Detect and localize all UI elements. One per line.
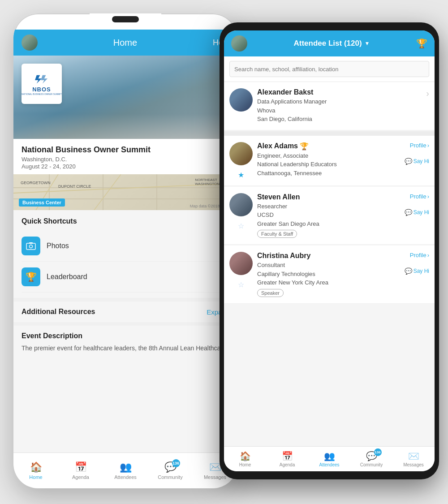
p2-nav-agenda[interactable]: 📅 Agenda: [266, 447, 308, 471]
alex-profile-arrow: ›: [427, 142, 429, 149]
attendee-row-alexander: Alexander Bakst Data Applications Manage…: [224, 82, 435, 130]
christina-company: Capillary Technologies: [257, 270, 400, 279]
p1-map-location-label: Business Center: [19, 198, 65, 207]
alex-profile-button[interactable]: Profile ›: [410, 142, 429, 149]
p1-photos-icon: [22, 237, 40, 255]
p2-trophy-icon[interactable]: 🏆: [416, 38, 427, 49]
steven-location: Greater San Diego Area: [257, 220, 400, 228]
p2-nav-community-label: Community: [360, 462, 383, 467]
christina-left: ☆: [229, 252, 253, 289]
p2-nav-messages-label: Messages: [403, 462, 424, 467]
p1-leaderboard-shortcut[interactable]: 🏆 Leaderboard ›: [22, 262, 229, 293]
nbos-logo: NBOS NATIONAL BUSINESS OWNER SUMMIT: [22, 73, 62, 95]
nbos-text: NBOS: [32, 86, 51, 93]
alex-trophy-emoji: 🏆: [300, 142, 309, 151]
christina-avatar: [229, 252, 253, 275]
p1-shortcuts-title: Quick Shortcuts: [22, 217, 229, 225]
p1-nav-agenda[interactable]: 📅 Agenda: [58, 453, 103, 488]
p1-map-northeast-label: NORTHEASTWASHINGTON: [195, 178, 220, 186]
christina-profile-button[interactable]: Profile ›: [410, 252, 429, 258]
p2-nav-messages[interactable]: ✉️ Messages: [392, 447, 435, 471]
p2-attendee-list: Alexander Bakst Data Applications Manage…: [224, 82, 435, 447]
p1-nav-attendees[interactable]: 👥 Attendees: [103, 453, 148, 488]
p2-header: Attendee List (120) ▼ 🏆: [224, 30, 435, 56]
steven-sayhi-button[interactable]: 💬 Say Hi: [405, 209, 429, 216]
alex-left: ★: [229, 142, 253, 179]
separator-1: [224, 131, 435, 136]
steven-tag: Faculty & Staff: [257, 230, 297, 238]
christina-star-icon[interactable]: ☆: [238, 280, 244, 289]
p2-attendees-icon: 👥: [324, 451, 335, 461]
p1-divider-1: [13, 298, 237, 302]
p2-attendee-list-title: Attendee List (120): [294, 39, 362, 48]
iphone-notch: [90, 13, 161, 28]
p1-hero-banner: NBOS NATIONAL BUSINESS OWNER SUMMIT: [13, 56, 237, 139]
p1-bottom-nav: 🏠 Home 📅 Agenda 👥 Attendees 💬 136 Co: [13, 452, 237, 488]
alex-company: National Leadership Educators: [257, 160, 400, 169]
attendee-row-alex: ★ Alex Adams 🏆 Engineer, Associate Natio…: [224, 136, 435, 186]
steven-star-icon[interactable]: ☆: [238, 222, 244, 230]
p1-additional-title: Additional Resources: [22, 308, 95, 316]
p1-nav-community-label: Community: [158, 474, 183, 480]
p1-nav-home-label: Home: [29, 474, 42, 480]
p1-user-avatar[interactable]: [22, 34, 38, 51]
p1-additional-resources: Additional Resources Expand: [13, 302, 237, 322]
trophy-icon: 🏆: [26, 271, 37, 282]
alexander-actions: ›: [426, 88, 429, 99]
p2-nav-home[interactable]: 🏠 Home: [224, 447, 266, 471]
alexander-company: Whova: [257, 106, 422, 115]
p1-event-info: National Business Owner Summit Washingto…: [13, 139, 237, 210]
steven-info: Steven Allen Researcher UCSD Greater San…: [257, 193, 400, 238]
p2-user-avatar[interactable]: [231, 35, 247, 52]
dropdown-icon[interactable]: ▼: [365, 40, 370, 47]
svg-marker-1: [41, 75, 47, 83]
alexander-role: Data Applications Manager: [257, 97, 422, 106]
p1-photos-shortcut[interactable]: Photos ›: [22, 231, 229, 262]
iphone-notch-inner: [112, 16, 139, 22]
attendee-row-christina: ☆ Christina Aubry Consultant Capillary T…: [224, 246, 435, 304]
christina-tag: Speaker: [257, 289, 284, 297]
alexander-arrow: ›: [426, 88, 429, 99]
p1-nav-home[interactable]: 🏠 Home: [13, 453, 58, 488]
alexander-info: Alexander Bakst Data Applications Manage…: [257, 88, 422, 124]
iphone-device: Home Help NBOS NATIONAL BUSINESS OWNER S…: [13, 13, 237, 488]
christina-sayhi-button[interactable]: 💬 Say Hi: [405, 267, 429, 275]
p1-community-badge: 136: [172, 459, 180, 467]
alex-avatar: [229, 142, 253, 165]
p1-logo-overlay: NBOS NATIONAL BUSINESS OWNER SUMMIT: [22, 64, 62, 104]
sayhi-icon-2: 💬: [405, 209, 412, 216]
p2-nav-attendees[interactable]: 👥 Attendees: [308, 447, 350, 471]
christina-location: Greater New York City Area: [257, 278, 400, 287]
p2-community-badge: 136: [374, 448, 382, 456]
svg-point-11: [30, 245, 33, 248]
christina-role: Consultant: [257, 261, 400, 270]
attendees-icon: 👥: [120, 461, 132, 473]
steven-avatar: [229, 193, 253, 216]
alexander-location: San Diego, California: [257, 115, 422, 124]
alex-info: Alex Adams 🏆 Engineer, Associate Nationa…: [257, 142, 400, 178]
p1-nav-community[interactable]: 💬 136 Community: [148, 453, 193, 488]
scene: Home Help NBOS NATIONAL BUSINESS OWNER S…: [0, 0, 448, 504]
p2-search-input[interactable]: [229, 61, 429, 77]
steven-profile-button[interactable]: Profile ›: [410, 193, 429, 200]
p2-nav-attendees-label: Attendees: [319, 462, 339, 467]
p1-nav-attendees-label: Attendees: [114, 474, 137, 480]
photos-icon-svg: [26, 242, 36, 250]
p2-nav-community[interactable]: 💬 136 Community: [350, 447, 392, 471]
alex-location: Chattanooga, Tennessee: [257, 169, 400, 178]
alex-sayhi-button[interactable]: 💬 Say Hi: [405, 158, 429, 165]
steven-actions: Profile › 💬 Say Hi: [405, 193, 429, 216]
p2-search-container: [224, 56, 435, 82]
sayhi-icon-3: 💬: [405, 267, 412, 275]
p1-map[interactable]: GEORGETOWN DUPONT CIRCLE NORTHEASTWASHIN…: [13, 174, 237, 210]
p1-shortcuts-section: Quick Shortcuts Photos › 🏆: [13, 210, 237, 293]
p2-home-icon: 🏠: [240, 451, 251, 461]
nbos-subtext: NATIONAL BUSINESS OWNER SUMMIT: [22, 93, 62, 95]
p1-header: Home Help: [13, 30, 237, 56]
steven-left: ☆: [229, 193, 253, 230]
p1-community-badge-container: 💬 136: [164, 461, 177, 473]
p2-agenda-icon: 📅: [282, 451, 293, 461]
christina-info: Christina Aubry Consultant Capillary Tec…: [257, 252, 400, 297]
alex-star-icon[interactable]: ★: [238, 171, 244, 179]
alexander-avatar: [229, 88, 253, 112]
